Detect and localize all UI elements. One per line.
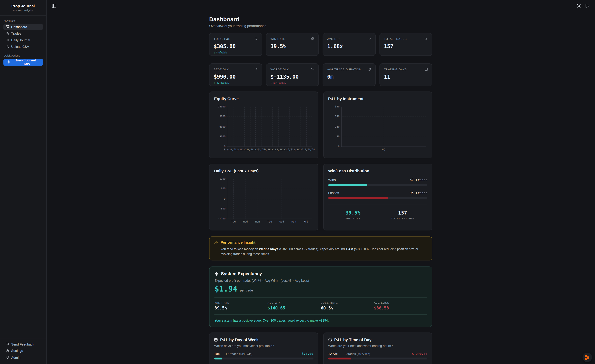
pnl-by-day-title: P&L by Day of Week — [220, 337, 259, 342]
winloss-stat-label: TOTAL TRADES — [378, 217, 427, 220]
page-title: Dashboard — [209, 16, 432, 22]
stat-cards-grid: TOTAL P&L $305.00 ↑ Profitable WIN RATE — [209, 33, 432, 86]
expectancy-stats-grid: WIN RATE 39.5% AVG WIN $140.65 LOSS RATE — [214, 301, 427, 311]
pnl-by-instrument-chart: NQ320240160800 — [328, 105, 427, 153]
hour-bar-track — [328, 358, 427, 359]
plus-circle-icon — [7, 61, 10, 64]
stat-value: 39.5% — [270, 43, 314, 50]
stat-icon — [311, 68, 314, 71]
footer-item-label: Admin — [11, 356, 21, 359]
sidebar-footer-item[interactable]: Send Feedback — [3, 341, 43, 347]
sidebar: Prop Journal Futures Analytics Navigatio… — [0, 0, 47, 364]
logout-button[interactable] — [585, 3, 590, 8]
pnl-by-day-subtitle: Which days are you most/least profitable… — [214, 344, 313, 348]
winloss-title: Win/Loss Distribution — [328, 169, 427, 173]
new-journal-entry-label: New Journal Entry — [12, 58, 39, 66]
nav-item-icon — [6, 25, 9, 29]
sidebar-footer-item[interactable]: Admin — [3, 354, 43, 361]
sidebar-nav-item[interactable]: Upload CSV — [3, 44, 43, 50]
stat-card: TRADING DAYS 11 — [379, 64, 432, 86]
sidebar-footer-item[interactable]: Settings — [3, 348, 43, 354]
pnl-by-day-card: P&L by Day of Week Which days are you mo… — [209, 332, 318, 364]
app-title: Prop Journal — [3, 4, 43, 8]
alert-triangle-icon — [214, 240, 218, 244]
stat-value: 11 — [384, 74, 428, 80]
nav-item-icon — [6, 45, 9, 48]
nav-item-label: Dashboard — [11, 25, 27, 29]
theme-toggle-button[interactable] — [576, 3, 581, 8]
day-pnl-row: Tue 17 trades (41% win) $70.00 — [214, 352, 313, 359]
footer-item-icon — [6, 343, 9, 346]
winloss-row: Wins 62 trades — [328, 178, 427, 186]
sidebar-nav-item[interactable]: Dashboard — [3, 24, 43, 30]
stat-subtext: ↓ 02/12/2025 — [270, 82, 314, 84]
nav-item-icon — [6, 38, 9, 42]
quick-actions-section: Quick Actions New Journal Entry — [0, 50, 46, 66]
stat-label: AVG R:R — [327, 37, 340, 41]
hour-label: 12 AM — [328, 352, 342, 356]
dev-tools-badge[interactable] — [582, 353, 592, 362]
winloss-row-count: 62 trades — [410, 178, 427, 182]
insight-body: You tend to lose money on Wednesdays ($-… — [221, 247, 427, 257]
stat-icon — [425, 68, 428, 71]
stat-value: 157 — [384, 43, 428, 50]
winloss-divider — [328, 205, 427, 205]
new-journal-entry-button[interactable]: New Journal Entry — [3, 59, 43, 66]
footer-item-icon — [6, 349, 9, 352]
footer-item-icon — [6, 356, 9, 359]
expectancy-title: System Expectancy — [221, 271, 262, 276]
calendar-icon — [214, 338, 218, 342]
nav-item-label: Trades — [11, 32, 21, 35]
content-scroll[interactable]: Dashboard Overview of your trading perfo… — [47, 12, 595, 364]
stat-value: $-1135.00 — [270, 74, 314, 80]
sidebar-toggle-button[interactable] — [51, 3, 56, 8]
badge-logo-block — [585, 358, 587, 360]
winloss-row-count: 95 trades — [410, 191, 427, 195]
equity-curve-title: Equity Curve — [214, 96, 313, 101]
winloss-row-label: Losses — [328, 191, 339, 195]
stat-label: TOTAL P&L — [214, 37, 230, 41]
expectancy-stat-label: AVG LOSS — [374, 301, 427, 304]
stat-value: $990.00 — [214, 74, 258, 80]
nav-section: Navigation Dashboard Trades Daily Jo — [0, 15, 46, 50]
stat-label: TRADING DAYS — [384, 68, 407, 71]
expectancy-formula: Expected profit per trade: (Win% × Avg W… — [214, 279, 427, 282]
nav-item-label: Daily Journal — [11, 38, 30, 42]
app-root: Prop Journal Futures Analytics Navigatio… — [0, 0, 595, 364]
day-trades-meta: 17 trades (41% win) — [226, 352, 299, 356]
sidebar-footer: Send Feedback Settings Admin — [0, 338, 46, 364]
expectancy-stat: LOSS RATE 60.5% — [321, 301, 374, 311]
stat-value: 1.68x — [327, 43, 371, 50]
quick-actions-label: Quick Actions — [4, 54, 43, 57]
day-label: Tue — [214, 352, 222, 356]
hour-pnl-value: $-290.00 — [412, 352, 427, 356]
winloss-stat-value: 39.5% — [328, 210, 378, 216]
main-area: Dashboard Overview of your trading perfo… — [47, 0, 595, 364]
insight-text-segment: You tend to lose money on — [221, 247, 259, 251]
expectancy-stat: AVG LOSS $88.58 — [374, 301, 427, 311]
stat-card: BEST DAY $990.00 ↑ 25/11/2025 — [209, 64, 262, 86]
sidebar-nav-item[interactable]: Daily Journal — [3, 37, 43, 43]
pnl-by-time-subtitle: When are your best and worst trading hou… — [328, 344, 427, 348]
winloss-stat: 39.5% WIN RATE — [328, 210, 378, 220]
topbar — [47, 0, 595, 12]
badge-logo-block — [585, 355, 587, 357]
hour-bar-fill — [328, 358, 351, 359]
stat-icon — [254, 37, 258, 40]
zap-icon — [214, 271, 219, 276]
pnl-by-instrument-plot: NQ320240160800 — [341, 107, 426, 147]
hour-trades-meta: 5 trades (40% win) — [345, 352, 409, 356]
winloss-distribution-card: Win/Loss Distribution Wins 62 trades — [323, 164, 432, 230]
stat-card: WORST DAY $-1135.00 ↓ 02/12/2025 — [266, 64, 319, 86]
winloss-row-label: Wins — [328, 178, 336, 182]
daily-pnl-title: Daily P&L (Last 7 Days) — [214, 169, 313, 173]
expectancy-unit: per trade — [240, 288, 253, 292]
stat-subtext: ↑ 25/11/2025 — [214, 82, 258, 84]
pnl-by-time-title: P&L by Time of Day — [334, 337, 371, 342]
clock-icon — [328, 338, 332, 342]
expectancy-divider — [214, 297, 427, 298]
stat-card: WIN RATE 39.5% — [266, 33, 319, 56]
sidebar-nav-item[interactable]: Trades — [3, 30, 43, 37]
expectancy-value: $1.94 — [214, 284, 237, 293]
stat-value: $305.00 — [214, 43, 258, 50]
